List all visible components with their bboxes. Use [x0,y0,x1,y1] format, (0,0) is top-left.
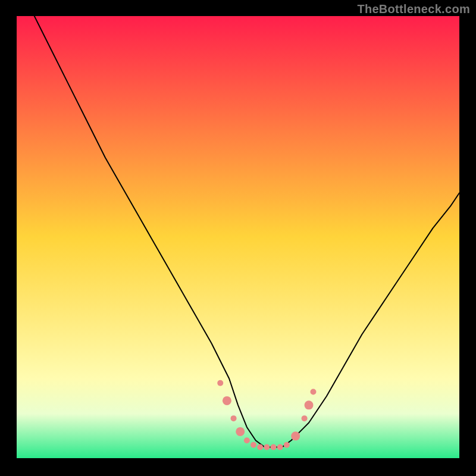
highlight-point [291,431,300,440]
plot-area [17,16,459,458]
highlight-point [231,415,237,421]
highlight-point [302,415,308,421]
highlight-point [250,442,256,448]
highlight-point [271,444,277,450]
highlight-point [284,442,290,448]
chart-frame: TheBottleneck.com [0,0,476,476]
highlight-point [257,444,263,450]
watermark-text: TheBottleneck.com [357,2,470,16]
highlight-point [217,380,223,386]
highlight-point [305,400,314,409]
chart-svg [17,16,459,458]
highlight-point [277,444,283,450]
highlight-point [236,427,245,436]
highlight-point [223,396,231,405]
gradient-background [17,16,459,458]
highlight-point [244,437,250,443]
highlight-point [264,444,270,450]
highlight-point [310,389,316,395]
